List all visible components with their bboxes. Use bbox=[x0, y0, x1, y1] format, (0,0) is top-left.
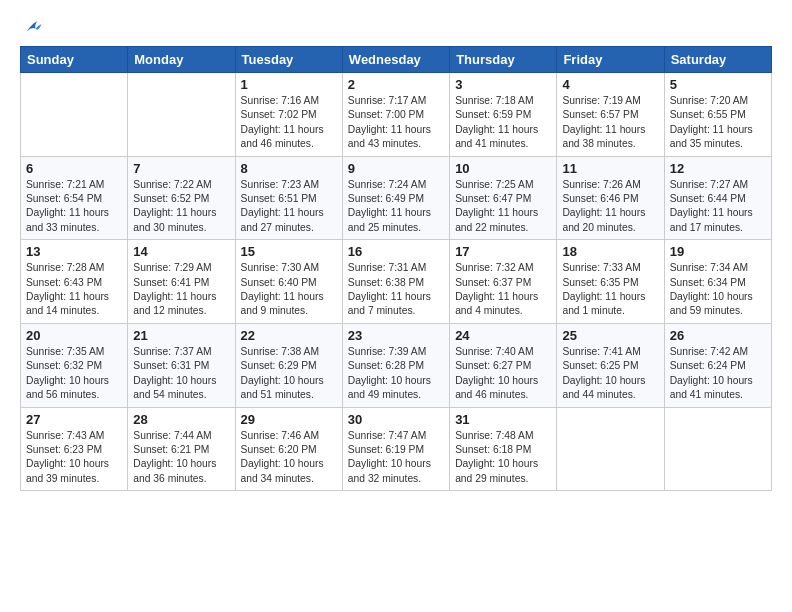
day-number: 2 bbox=[348, 77, 444, 92]
day-number: 31 bbox=[455, 412, 551, 427]
cell-4-5 bbox=[557, 407, 664, 491]
day-number: 20 bbox=[26, 328, 122, 343]
cell-0-3: 2Sunrise: 7:17 AM Sunset: 7:00 PM Daylig… bbox=[342, 73, 449, 157]
cell-0-6: 5Sunrise: 7:20 AM Sunset: 6:55 PM Daylig… bbox=[664, 73, 771, 157]
calendar-table: Sunday Monday Tuesday Wednesday Thursday… bbox=[20, 46, 772, 491]
cell-0-4: 3Sunrise: 7:18 AM Sunset: 6:59 PM Daylig… bbox=[450, 73, 557, 157]
cell-2-4: 17Sunrise: 7:32 AM Sunset: 6:37 PM Dayli… bbox=[450, 240, 557, 324]
week-row-2: 6Sunrise: 7:21 AM Sunset: 6:54 PM Daylig… bbox=[21, 156, 772, 240]
cell-info: Sunrise: 7:32 AM Sunset: 6:37 PM Dayligh… bbox=[455, 261, 551, 319]
day-number: 5 bbox=[670, 77, 766, 92]
cell-2-5: 18Sunrise: 7:33 AM Sunset: 6:35 PM Dayli… bbox=[557, 240, 664, 324]
week-row-4: 20Sunrise: 7:35 AM Sunset: 6:32 PM Dayli… bbox=[21, 323, 772, 407]
day-number: 24 bbox=[455, 328, 551, 343]
cell-info: Sunrise: 7:33 AM Sunset: 6:35 PM Dayligh… bbox=[562, 261, 658, 319]
col-thursday: Thursday bbox=[450, 47, 557, 73]
col-tuesday: Tuesday bbox=[235, 47, 342, 73]
cell-info: Sunrise: 7:38 AM Sunset: 6:29 PM Dayligh… bbox=[241, 345, 337, 403]
day-number: 23 bbox=[348, 328, 444, 343]
day-number: 21 bbox=[133, 328, 229, 343]
logo bbox=[20, 16, 43, 38]
cell-2-2: 15Sunrise: 7:30 AM Sunset: 6:40 PM Dayli… bbox=[235, 240, 342, 324]
cell-1-2: 8Sunrise: 7:23 AM Sunset: 6:51 PM Daylig… bbox=[235, 156, 342, 240]
day-number: 29 bbox=[241, 412, 337, 427]
cell-info: Sunrise: 7:46 AM Sunset: 6:20 PM Dayligh… bbox=[241, 429, 337, 487]
cell-4-3: 30Sunrise: 7:47 AM Sunset: 6:19 PM Dayli… bbox=[342, 407, 449, 491]
cell-info: Sunrise: 7:40 AM Sunset: 6:27 PM Dayligh… bbox=[455, 345, 551, 403]
cell-3-1: 21Sunrise: 7:37 AM Sunset: 6:31 PM Dayli… bbox=[128, 323, 235, 407]
day-number: 14 bbox=[133, 244, 229, 259]
cell-0-5: 4Sunrise: 7:19 AM Sunset: 6:57 PM Daylig… bbox=[557, 73, 664, 157]
day-number: 3 bbox=[455, 77, 551, 92]
day-number: 4 bbox=[562, 77, 658, 92]
cell-1-5: 11Sunrise: 7:26 AM Sunset: 6:46 PM Dayli… bbox=[557, 156, 664, 240]
cell-info: Sunrise: 7:29 AM Sunset: 6:41 PM Dayligh… bbox=[133, 261, 229, 319]
cell-info: Sunrise: 7:18 AM Sunset: 6:59 PM Dayligh… bbox=[455, 94, 551, 152]
col-monday: Monday bbox=[128, 47, 235, 73]
day-number: 26 bbox=[670, 328, 766, 343]
cell-0-1 bbox=[128, 73, 235, 157]
cell-2-1: 14Sunrise: 7:29 AM Sunset: 6:41 PM Dayli… bbox=[128, 240, 235, 324]
day-number: 27 bbox=[26, 412, 122, 427]
cell-3-4: 24Sunrise: 7:40 AM Sunset: 6:27 PM Dayli… bbox=[450, 323, 557, 407]
cell-info: Sunrise: 7:28 AM Sunset: 6:43 PM Dayligh… bbox=[26, 261, 122, 319]
cell-4-1: 28Sunrise: 7:44 AM Sunset: 6:21 PM Dayli… bbox=[128, 407, 235, 491]
cell-3-5: 25Sunrise: 7:41 AM Sunset: 6:25 PM Dayli… bbox=[557, 323, 664, 407]
cell-info: Sunrise: 7:41 AM Sunset: 6:25 PM Dayligh… bbox=[562, 345, 658, 403]
col-wednesday: Wednesday bbox=[342, 47, 449, 73]
cell-info: Sunrise: 7:37 AM Sunset: 6:31 PM Dayligh… bbox=[133, 345, 229, 403]
cell-1-0: 6Sunrise: 7:21 AM Sunset: 6:54 PM Daylig… bbox=[21, 156, 128, 240]
week-row-1: 1Sunrise: 7:16 AM Sunset: 7:02 PM Daylig… bbox=[21, 73, 772, 157]
week-row-3: 13Sunrise: 7:28 AM Sunset: 6:43 PM Dayli… bbox=[21, 240, 772, 324]
cell-3-2: 22Sunrise: 7:38 AM Sunset: 6:29 PM Dayli… bbox=[235, 323, 342, 407]
day-number: 8 bbox=[241, 161, 337, 176]
cell-info: Sunrise: 7:24 AM Sunset: 6:49 PM Dayligh… bbox=[348, 178, 444, 236]
cell-info: Sunrise: 7:39 AM Sunset: 6:28 PM Dayligh… bbox=[348, 345, 444, 403]
cell-info: Sunrise: 7:34 AM Sunset: 6:34 PM Dayligh… bbox=[670, 261, 766, 319]
cell-info: Sunrise: 7:27 AM Sunset: 6:44 PM Dayligh… bbox=[670, 178, 766, 236]
cell-4-2: 29Sunrise: 7:46 AM Sunset: 6:20 PM Dayli… bbox=[235, 407, 342, 491]
col-friday: Friday bbox=[557, 47, 664, 73]
cell-4-0: 27Sunrise: 7:43 AM Sunset: 6:23 PM Dayli… bbox=[21, 407, 128, 491]
cell-0-0 bbox=[21, 73, 128, 157]
cell-3-0: 20Sunrise: 7:35 AM Sunset: 6:32 PM Dayli… bbox=[21, 323, 128, 407]
cell-1-3: 9Sunrise: 7:24 AM Sunset: 6:49 PM Daylig… bbox=[342, 156, 449, 240]
day-number: 1 bbox=[241, 77, 337, 92]
day-number: 28 bbox=[133, 412, 229, 427]
logo-bird-icon bbox=[21, 16, 43, 38]
cell-info: Sunrise: 7:22 AM Sunset: 6:52 PM Dayligh… bbox=[133, 178, 229, 236]
cell-info: Sunrise: 7:20 AM Sunset: 6:55 PM Dayligh… bbox=[670, 94, 766, 152]
cell-info: Sunrise: 7:43 AM Sunset: 6:23 PM Dayligh… bbox=[26, 429, 122, 487]
day-number: 22 bbox=[241, 328, 337, 343]
day-number: 25 bbox=[562, 328, 658, 343]
cell-info: Sunrise: 7:31 AM Sunset: 6:38 PM Dayligh… bbox=[348, 261, 444, 319]
day-number: 15 bbox=[241, 244, 337, 259]
cell-info: Sunrise: 7:35 AM Sunset: 6:32 PM Dayligh… bbox=[26, 345, 122, 403]
cell-info: Sunrise: 7:21 AM Sunset: 6:54 PM Dayligh… bbox=[26, 178, 122, 236]
cell-info: Sunrise: 7:25 AM Sunset: 6:47 PM Dayligh… bbox=[455, 178, 551, 236]
cell-3-3: 23Sunrise: 7:39 AM Sunset: 6:28 PM Dayli… bbox=[342, 323, 449, 407]
day-number: 18 bbox=[562, 244, 658, 259]
day-number: 10 bbox=[455, 161, 551, 176]
cell-info: Sunrise: 7:23 AM Sunset: 6:51 PM Dayligh… bbox=[241, 178, 337, 236]
cell-1-6: 12Sunrise: 7:27 AM Sunset: 6:44 PM Dayli… bbox=[664, 156, 771, 240]
header-row: Sunday Monday Tuesday Wednesday Thursday… bbox=[21, 47, 772, 73]
day-number: 9 bbox=[348, 161, 444, 176]
cell-info: Sunrise: 7:30 AM Sunset: 6:40 PM Dayligh… bbox=[241, 261, 337, 319]
cell-1-1: 7Sunrise: 7:22 AM Sunset: 6:52 PM Daylig… bbox=[128, 156, 235, 240]
day-number: 6 bbox=[26, 161, 122, 176]
col-saturday: Saturday bbox=[664, 47, 771, 73]
day-number: 16 bbox=[348, 244, 444, 259]
day-number: 30 bbox=[348, 412, 444, 427]
cell-info: Sunrise: 7:48 AM Sunset: 6:18 PM Dayligh… bbox=[455, 429, 551, 487]
day-number: 19 bbox=[670, 244, 766, 259]
day-number: 11 bbox=[562, 161, 658, 176]
cell-4-4: 31Sunrise: 7:48 AM Sunset: 6:18 PM Dayli… bbox=[450, 407, 557, 491]
cell-2-6: 19Sunrise: 7:34 AM Sunset: 6:34 PM Dayli… bbox=[664, 240, 771, 324]
cell-info: Sunrise: 7:47 AM Sunset: 6:19 PM Dayligh… bbox=[348, 429, 444, 487]
cell-info: Sunrise: 7:16 AM Sunset: 7:02 PM Dayligh… bbox=[241, 94, 337, 152]
cell-2-3: 16Sunrise: 7:31 AM Sunset: 6:38 PM Dayli… bbox=[342, 240, 449, 324]
cell-1-4: 10Sunrise: 7:25 AM Sunset: 6:47 PM Dayli… bbox=[450, 156, 557, 240]
day-number: 13 bbox=[26, 244, 122, 259]
col-sunday: Sunday bbox=[21, 47, 128, 73]
